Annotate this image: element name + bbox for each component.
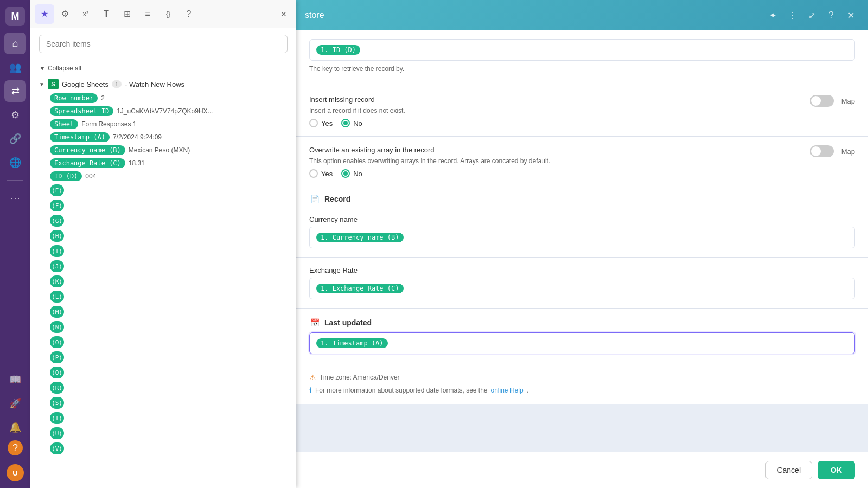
row-number-tag[interactable]: Row number [50,93,98,103]
tab-help[interactable]: ? [179,4,199,24]
k-tag[interactable]: (K) [50,275,64,287]
spreadsheet-id-item[interactable]: Spreadsheet ID 1J_uCaKVdkV7V74pZQKo9HXoF… [48,105,292,118]
tab-code[interactable]: {} [158,4,178,24]
f-item[interactable]: (F) [48,198,292,213]
info-help-link[interactable]: online Help [491,387,524,394]
h-item[interactable]: (H) [48,228,292,243]
sidebar-icon-globe[interactable]: 🌐 [4,152,26,174]
timestamp-a-tag[interactable]: Timestamp (A) [50,132,110,142]
insert-missing-toggle[interactable] [810,95,834,107]
spreadsheet-id-tag[interactable]: Spreadsheet ID [50,106,113,116]
topbar-more-icon[interactable]: ⋮ [783,7,801,24]
insert-missing-yes[interactable]: Yes [309,119,333,127]
currency-name-b-tag[interactable]: Currency name (B) [50,145,125,155]
collapse-all-button[interactable]: ▼ Collapse all [30,60,296,76]
topbar-close-icon[interactable]: ✕ [842,7,859,24]
g-tag[interactable]: (G) [50,215,64,227]
i-item[interactable]: (I) [48,243,292,259]
i-tag[interactable]: (I) [50,245,64,257]
s-item[interactable]: (S) [48,395,292,410]
topbar-sparkle-icon[interactable]: ✦ [764,7,781,24]
q-item[interactable]: (Q) [48,365,292,380]
id-d-item[interactable]: ID (D) 004 [48,170,292,183]
overwrite-no[interactable]: No [341,169,362,178]
sidebar-icon-more[interactable]: ⋯ [4,187,26,209]
tab-settings[interactable]: ⚙ [55,4,75,24]
id-d-tag[interactable]: ID (D) [50,171,82,181]
p-tag[interactable]: (P) [50,351,64,363]
panel-close-button[interactable]: ✕ [276,6,292,22]
h-tag[interactable]: (H) [50,230,64,242]
r-item[interactable]: (R) [48,380,292,395]
sheet-tag[interactable]: Sheet [50,119,78,129]
last-updated-input-box[interactable]: 1. Timestamp (A) [309,332,855,354]
u-tag[interactable]: (U) [50,427,64,439]
tab-favorites[interactable]: ★ [35,4,54,24]
currency-name-field-tag[interactable]: 1. Currency name (B) [316,233,404,242]
l-item[interactable]: (L) [48,289,292,304]
exchange-rate-field-tag[interactable]: 1. Exchange Rate (C) [316,284,404,293]
t-item[interactable]: (T) [48,410,292,426]
currency-name-b-item[interactable]: Currency name (B) Mexican Peso (MXN) [48,144,292,157]
g-item[interactable]: (G) [48,213,292,228]
insert-missing-no-radio[interactable] [341,119,350,127]
e-item[interactable]: (E) [48,183,292,198]
sidebar-icon-rocket[interactable]: 🚀 [4,393,26,414]
n-item[interactable]: (N) [48,319,292,335]
currency-name-input-box[interactable]: 1. Currency name (B) [309,227,855,248]
topbar-help-icon[interactable]: ? [822,7,840,24]
search-input[interactable] [39,35,288,53]
overwrite-yes[interactable]: Yes [309,169,333,178]
sidebar-icon-home[interactable]: ⌂ [4,33,26,54]
l-tag[interactable]: (L) [50,291,64,303]
exchange-rate-c-item[interactable]: Exchange Rate (C) 18.31 [48,157,292,170]
exchange-rate-input-box[interactable]: 1. Exchange Rate (C) [309,278,855,299]
j-item[interactable]: (J) [48,259,292,274]
sidebar-icon-integration[interactable]: ⚙ [4,104,26,126]
m-item[interactable]: (M) [48,304,292,319]
sidebar-icon-bell[interactable]: 🔔 [4,416,26,438]
id-d-field-tag[interactable]: 1. ID (D) [316,45,360,55]
last-updated-tag[interactable]: 1. Timestamp (A) [316,338,388,348]
ok-button[interactable]: OK [818,461,855,479]
n-tag[interactable]: (N) [50,321,64,333]
o-tag[interactable]: (O) [50,336,64,348]
topbar-expand-icon[interactable]: ⤢ [803,7,820,24]
insert-missing-no[interactable]: No [341,119,362,127]
info-help-text-before: For more information about supported dat… [315,387,488,394]
v-tag[interactable]: (V) [50,442,64,454]
sidebar-icon-share[interactable]: ⇄ [4,80,26,102]
sidebar-icon-docs[interactable]: 📖 [4,369,26,390]
p-item[interactable]: (P) [48,350,292,365]
j-tag[interactable]: (J) [50,260,64,272]
exchange-rate-c-tag[interactable]: Exchange Rate (C) [50,158,125,168]
s-tag[interactable]: (S) [50,397,64,409]
t-tag[interactable]: (T) [50,412,64,424]
timestamp-a-item[interactable]: Timestamp (A) 7/2/2024 9:24:09 [48,131,292,144]
tab-grid[interactable]: ⊞ [117,4,137,24]
q-tag[interactable]: (Q) [50,367,64,378]
m-tag[interactable]: (M) [50,306,64,318]
v-item[interactable]: (V) [48,441,292,456]
overwrite-toggle[interactable] [810,145,834,157]
insert-missing-yes-radio[interactable] [309,119,318,127]
tab-table[interactable]: ≡ [138,4,157,24]
tab-formula[interactable]: x² [76,4,95,24]
e-tag[interactable]: (E) [50,184,64,196]
row-number-item[interactable]: Row number 2 [48,92,292,105]
k-item[interactable]: (K) [48,274,292,289]
f-tag[interactable]: (F) [50,200,64,211]
sidebar-icon-link[interactable]: 🔗 [4,128,26,150]
o-item[interactable]: (O) [48,335,292,350]
r-tag[interactable]: (R) [50,382,64,394]
overwrite-no-radio[interactable] [341,169,350,178]
overwrite-yes-radio[interactable] [309,169,318,178]
tab-text[interactable]: T [97,4,116,24]
tree-root-google-sheets[interactable]: ▼ S Google Sheets 1 - Watch New Rows [35,76,292,92]
sidebar-icon-users[interactable]: 👥 [4,56,26,78]
u-item[interactable]: (U) [48,426,292,441]
sidebar-icon-help[interactable]: ? [8,440,23,455]
id-d-input-box[interactable]: 1. ID (D) [309,39,855,61]
sheet-item[interactable]: Sheet Form Responses 1 [48,118,292,131]
cancel-button[interactable]: Cancel [765,461,812,479]
